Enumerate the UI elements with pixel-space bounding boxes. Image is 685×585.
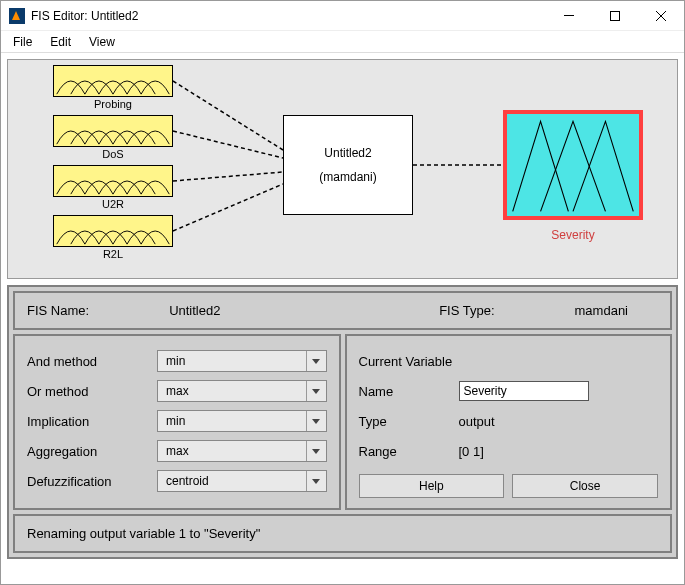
- implication-select[interactable]: min: [157, 410, 327, 432]
- fis-info-row: FIS Name: Untitled2 FIS Type: mamdani: [13, 291, 672, 330]
- svg-line-4: [173, 81, 283, 150]
- fis-name-value: Untitled2: [169, 303, 220, 318]
- chevron-down-icon: [306, 351, 326, 371]
- fis-type-value: mamdani: [575, 303, 628, 318]
- chevron-down-icon: [306, 381, 326, 401]
- fis-block-name: Untitled2: [324, 146, 371, 160]
- current-variable-heading: Current Variable: [359, 354, 453, 369]
- input-label-u2r: U2R: [53, 198, 173, 210]
- var-type-label: Type: [359, 414, 459, 429]
- fis-block-type: (mamdani): [319, 170, 376, 184]
- input-block-dos[interactable]: [53, 115, 173, 147]
- var-range-label: Range: [359, 444, 459, 459]
- defuzz-label: Defuzzification: [27, 474, 157, 489]
- fis-block[interactable]: Untitled2 (mamdani): [283, 115, 413, 215]
- fis-name-label: FIS Name:: [27, 303, 89, 318]
- svg-line-5: [173, 131, 283, 158]
- maximize-button[interactable]: [592, 1, 638, 30]
- input-label-r2l: R2L: [53, 248, 173, 260]
- input-label-probing: Probing: [53, 98, 173, 110]
- input-label-dos: DoS: [53, 148, 173, 160]
- menu-view[interactable]: View: [89, 35, 115, 49]
- implication-label: Implication: [27, 414, 157, 429]
- svg-line-6: [173, 172, 283, 181]
- titlebar: FIS Editor: Untitled2: [1, 1, 684, 31]
- chevron-down-icon: [306, 411, 326, 431]
- defuzz-select[interactable]: centroid: [157, 470, 327, 492]
- chevron-down-icon: [306, 441, 326, 461]
- input-block-u2r[interactable]: [53, 165, 173, 197]
- var-range-value: [0 1]: [459, 444, 484, 459]
- var-type-value: output: [459, 414, 495, 429]
- matlab-icon: [9, 8, 25, 24]
- menu-file[interactable]: File: [13, 35, 32, 49]
- status-bar: Renaming output variable 1 to "Severity": [13, 514, 672, 553]
- or-method-label: Or method: [27, 384, 157, 399]
- methods-panel: And method min Or method max Implication: [13, 334, 341, 510]
- fis-type-label: FIS Type:: [439, 303, 494, 318]
- input-block-r2l[interactable]: [53, 215, 173, 247]
- chevron-down-icon: [306, 471, 326, 491]
- menu-edit[interactable]: Edit: [50, 35, 71, 49]
- and-method-select[interactable]: min: [157, 350, 327, 372]
- properties-panel: FIS Name: Untitled2 FIS Type: mamdani An…: [7, 285, 678, 559]
- minimize-button[interactable]: [546, 1, 592, 30]
- close-button[interactable]: [638, 1, 684, 30]
- svg-rect-0: [564, 15, 574, 16]
- window-controls: [546, 1, 684, 30]
- or-method-select[interactable]: max: [157, 380, 327, 402]
- output-block-severity[interactable]: [503, 110, 643, 220]
- window: FIS Editor: Untitled2 File Edit View Pro…: [0, 0, 685, 585]
- and-method-label: And method: [27, 354, 157, 369]
- output-label-severity: Severity: [503, 228, 643, 242]
- help-button[interactable]: Help: [359, 474, 505, 498]
- var-name-label: Name: [359, 384, 459, 399]
- svg-line-7: [173, 184, 283, 231]
- aggregation-label: Aggregation: [27, 444, 157, 459]
- var-name-input[interactable]: Severity: [459, 381, 589, 401]
- diagram-canvas[interactable]: Probing DoS U2R R2L Untitled2 (mamdani): [7, 59, 678, 279]
- aggregation-select[interactable]: max: [157, 440, 327, 462]
- input-block-probing[interactable]: [53, 65, 173, 97]
- window-title: FIS Editor: Untitled2: [31, 9, 546, 23]
- svg-rect-1: [611, 11, 620, 20]
- menubar: File Edit View: [1, 31, 684, 53]
- close-panel-button[interactable]: Close: [512, 474, 658, 498]
- status-text: Renaming output variable 1 to "Severity": [27, 526, 260, 541]
- current-variable-panel: Current Variable Name Severity Type outp…: [345, 334, 673, 510]
